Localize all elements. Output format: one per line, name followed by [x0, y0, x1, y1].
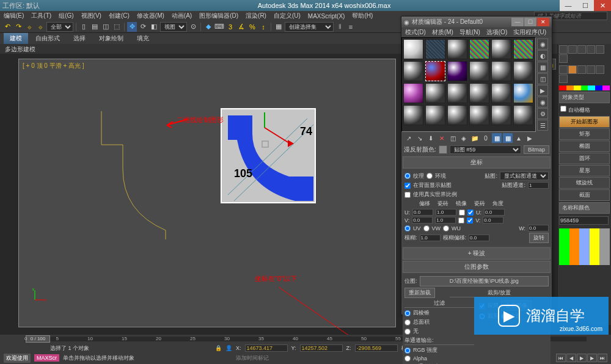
autogrid-check[interactable] — [560, 106, 566, 112]
sub-shapes-icon[interactable] — [568, 65, 577, 74]
mat-slot[interactable] — [513, 105, 533, 125]
radio-texture[interactable] — [404, 173, 411, 179]
mono-alpha-radio[interactable] — [404, 355, 411, 362]
mat-min-button[interactable]: — — [511, 18, 524, 26]
v-mirror-check[interactable] — [458, 217, 464, 224]
mat-menu-material[interactable]: 材质(M) — [432, 28, 453, 37]
refcoord-dropdown[interactable]: 视图 — [160, 22, 187, 32]
show-map-icon[interactable]: ▦ — [492, 133, 502, 143]
viewport-label[interactable]: [ + 0 顶 0 平滑 + 高光 ] — [23, 62, 84, 70]
mat-menu-options[interactable]: 选项(O) — [486, 28, 507, 37]
assign-icon[interactable]: ⬇ — [426, 133, 436, 143]
play-icon[interactable]: ▶ — [577, 354, 587, 362]
lock-icon[interactable]: 👤 — [225, 345, 232, 351]
mat-slot[interactable] — [403, 105, 423, 125]
bitmap-path-button[interactable]: D:\百度经验图集\PU线条.jpg — [420, 276, 549, 286]
select-icon[interactable]: ▯ — [79, 22, 89, 32]
mat-slot[interactable] — [425, 39, 445, 59]
mat-slot[interactable] — [447, 105, 467, 125]
unlink-icon[interactable]: ⟐ — [35, 22, 45, 32]
put-to-scene-icon[interactable]: ↘ — [415, 133, 425, 143]
reset-icon[interactable]: ✕ — [437, 133, 447, 143]
v-tile-spinner[interactable] — [435, 217, 456, 224]
tab-hierarchy-icon[interactable] — [577, 45, 586, 54]
mat-slot[interactable] — [447, 83, 467, 103]
rollout-coords[interactable]: 坐标 — [403, 156, 551, 169]
mat-slot[interactable] — [403, 39, 423, 59]
mat-slot[interactable] — [469, 83, 489, 103]
wu-radio[interactable] — [443, 225, 449, 231]
scale-icon[interactable]: ◧ — [149, 22, 159, 32]
put-library-icon[interactable]: 📁 — [470, 133, 480, 143]
tab-modify-icon[interactable] — [568, 45, 577, 54]
selection-filter-dropdown[interactable]: 全部 — [46, 22, 73, 32]
rollout-namecolor[interactable]: 名称和颜色 — [559, 202, 610, 214]
mat-slot[interactable] — [447, 39, 467, 59]
sub-helpers-icon[interactable] — [596, 65, 604, 74]
mat-menu-util[interactable]: 实用程序(U) — [513, 28, 546, 37]
mat-slot[interactable] — [491, 105, 511, 125]
goto-start-icon[interactable]: ⏮ — [556, 354, 566, 362]
mat-close-button[interactable]: ✕ — [537, 18, 549, 26]
next-frame-icon[interactable]: ▶ — [587, 354, 597, 362]
make-unique-icon[interactable]: ◈ — [459, 133, 469, 143]
mat-slot[interactable] — [403, 83, 423, 103]
z-coord-input[interactable] — [355, 344, 398, 352]
mat-slot[interactable] — [469, 61, 489, 81]
btn-rect[interactable]: 矩形 — [559, 128, 610, 140]
bluroffset-spinner[interactable] — [469, 235, 489, 241]
mat-slot[interactable] — [513, 39, 533, 59]
window-crossing-icon[interactable]: ⬚ — [112, 22, 122, 32]
mirror-icon[interactable]: ⦀ — [335, 22, 345, 32]
reload-button[interactable]: 重新加载 — [404, 288, 435, 298]
spinner-snap-icon[interactable]: ↕ — [258, 22, 268, 32]
move-icon[interactable]: ✥ — [127, 22, 137, 32]
align-icon[interactable]: ≡ — [346, 22, 356, 32]
tab-select[interactable]: 选择 — [67, 33, 92, 44]
btn-ellipse[interactable]: 椭圆 — [559, 140, 610, 152]
snap-icon[interactable]: 3 — [225, 22, 235, 32]
mat-editor-titlebar[interactable]: ◉ 材质编辑器 - 24 - Default0 — ☐ ✕ — [401, 16, 552, 27]
mat-menu-nav[interactable]: 导航(N) — [459, 28, 480, 37]
map-type-button[interactable]: Bitmap — [524, 145, 549, 154]
v-offset-spinner[interactable] — [412, 217, 433, 224]
options-icon[interactable]: ⚙ — [537, 108, 548, 119]
mat-slot[interactable] — [491, 61, 511, 81]
u-angle-spinner[interactable] — [484, 209, 505, 216]
tab-motion-icon[interactable] — [587, 45, 595, 54]
btn-star[interactable]: 星形 — [559, 165, 610, 177]
blur-spinner[interactable] — [420, 235, 441, 241]
prev-frame-icon[interactable]: ◀ — [566, 354, 576, 362]
menu-render[interactable]: 渲染(R) — [246, 12, 266, 20]
tab-utility-icon[interactable] — [559, 54, 568, 63]
video-check-icon[interactable]: ▶ — [537, 85, 548, 96]
mat-slot[interactable] — [469, 105, 489, 125]
minimize-button[interactable]: — — [560, 0, 577, 11]
mapping-combo[interactable]: 显式贴图通道 — [500, 172, 549, 180]
realworld-check[interactable] — [404, 192, 411, 198]
viewport[interactable]: [ + 0 顶 0 平滑 + 高光 ] 74 105 二维线绘制图形 坐 — [18, 59, 396, 327]
v-tile-check[interactable] — [467, 217, 473, 224]
vw-radio[interactable] — [423, 225, 430, 231]
mat-slot[interactable] — [513, 83, 533, 103]
mono-rgb-radio[interactable] — [404, 348, 411, 354]
mat-slot[interactable] — [513, 61, 533, 81]
redo-icon[interactable]: ↷ — [13, 22, 23, 32]
show-back-check[interactable] — [404, 183, 411, 189]
menu-tools[interactable]: 工具(T) — [31, 12, 51, 20]
w-angle-spinner[interactable] — [528, 225, 549, 231]
get-material-icon[interactable]: ↗ — [404, 133, 414, 143]
mat-slot[interactable] — [491, 83, 511, 103]
undo-icon[interactable]: ↶ — [2, 22, 12, 32]
named-selection-dropdown[interactable]: 创建选择集 — [285, 22, 334, 32]
rollout-noise[interactable]: + 噪波 — [403, 247, 551, 260]
mat-slot-selected[interactable] — [425, 61, 445, 81]
angle-snap-icon[interactable]: ∡ — [236, 22, 246, 32]
tab-modeling[interactable]: 建模 — [4, 33, 28, 44]
tab-freeform[interactable]: 自由形式 — [29, 33, 66, 44]
select-region-icon[interactable]: ◫ — [101, 22, 111, 32]
menu-edit[interactable]: 编辑(E) — [4, 12, 24, 20]
menu-maxscript[interactable]: MAXScript(X) — [308, 13, 345, 20]
rollout-bitmap[interactable]: 位图参数 — [403, 261, 551, 273]
mapchannel-spinner[interactable] — [528, 182, 549, 189]
